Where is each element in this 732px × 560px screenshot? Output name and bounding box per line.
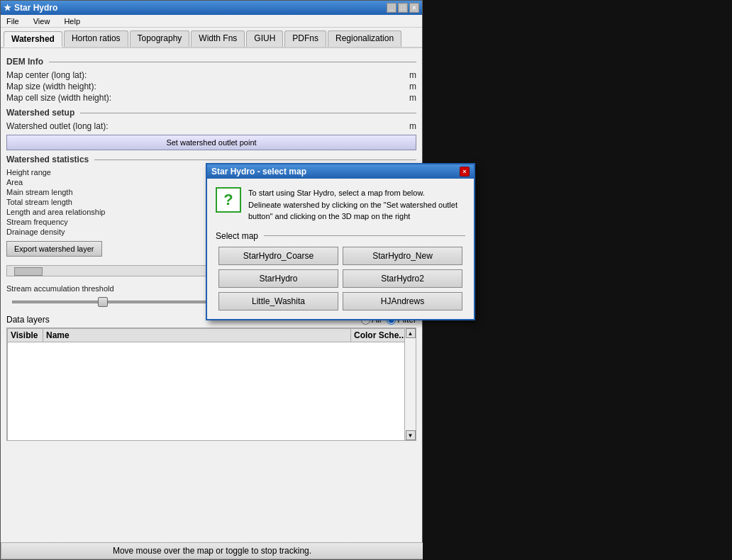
map-cell-label: Map cell size (width height): xyxy=(6,93,111,103)
question-icon: ? xyxy=(216,187,241,213)
map-size-row: Map size (width height): m xyxy=(6,81,416,92)
slider-thumb[interactable] xyxy=(98,297,108,307)
map-size-unit: m xyxy=(409,82,416,91)
select-map-header: Select map xyxy=(216,231,465,241)
map-buttons-grid: StarHydro_Coarse StarHydro_New StarHydro… xyxy=(216,247,465,310)
watershed-outlet-unit: m xyxy=(409,121,416,131)
watershed-outlet-label: Watershed outlet (long lat): xyxy=(6,121,109,131)
map-cell-unit: m xyxy=(409,93,416,103)
app-icon: ★ xyxy=(4,3,11,13)
minimize-button[interactable]: _ xyxy=(387,3,396,13)
menu-help[interactable]: Help xyxy=(61,17,83,26)
tab-pdfns[interactable]: PDFns xyxy=(284,30,326,47)
select-map-section: Select map StarHydro_Coarse StarHydro_Ne… xyxy=(216,231,465,310)
status-text: Move mouse over the map or toggle to sto… xyxy=(113,546,311,556)
scroll-up-arrow[interactable]: ▲ xyxy=(406,328,416,338)
title-bar: ★ Star Hydro _ □ × xyxy=(1,1,422,15)
menu-file[interactable]: File xyxy=(4,17,22,26)
close-button[interactable]: × xyxy=(409,3,419,13)
title-bar-left: ★ Star Hydro xyxy=(4,3,57,13)
map-center-row: Map center (long lat): m xyxy=(6,69,416,81)
map-center-unit: m xyxy=(409,70,416,80)
modal-instructions: To start using Star Hydro, select a map … xyxy=(248,187,465,223)
watershed-setup-header: Watershed setup xyxy=(6,108,416,118)
tab-bar: Watershed Horton ratios Topography Width… xyxy=(1,28,422,48)
map-btn-hjandrews[interactable]: HJAndrews xyxy=(343,292,462,310)
data-layers-section: Data layers All Filter Visible xyxy=(6,315,416,441)
map-btn-starhydro-new[interactable]: StarHydro_New xyxy=(343,247,462,265)
data-layers-label: Data layers xyxy=(6,315,50,325)
modal-close-button[interactable]: × xyxy=(460,167,470,177)
tab-giuh[interactable]: GIUH xyxy=(246,30,283,47)
set-outlet-button[interactable]: Set watershed outlet point xyxy=(6,135,416,150)
dem-info-header: DEM Info xyxy=(6,57,416,67)
modal-title: Star Hydro - select map xyxy=(211,167,306,177)
export-watershed-button[interactable]: Export watershed layer xyxy=(6,241,102,257)
map-btn-starhydro[interactable]: StarHydro xyxy=(218,269,338,288)
app-title: Star Hydro xyxy=(14,3,57,13)
table-body xyxy=(8,342,415,441)
menu-bar: File View Help xyxy=(1,15,422,28)
modal-instruction-text: To start using Star Hydro, select a map … xyxy=(248,187,465,199)
tab-horton-ratios[interactable]: Horton ratios xyxy=(64,30,128,47)
modal-dialog: Star Hydro - select map × ? To start usi… xyxy=(206,163,475,320)
modal-top: ? To start using Star Hydro, select a ma… xyxy=(216,187,465,223)
watershed-outlet-row: Watershed outlet (long lat): m xyxy=(6,121,416,132)
map-cell-row: Map cell size (width height): m xyxy=(6,92,416,103)
data-table: Visible Name Color Sche... ▲ ▼ xyxy=(6,327,416,441)
title-bar-buttons: _ □ × xyxy=(387,3,419,13)
modal-detail-text: Delineate watershed by clicking on the "… xyxy=(248,199,465,223)
status-bar: Move mouse over the map or toggle to sto… xyxy=(1,542,423,559)
tab-width-fns[interactable]: Width Fns xyxy=(191,30,245,47)
modal-title-bar: Star Hydro - select map × xyxy=(207,164,474,179)
map-btn-little-washita[interactable]: Little_Washita xyxy=(218,292,338,310)
table-header: Visible Name Color Sche... xyxy=(8,329,415,342)
tab-topography[interactable]: Topography xyxy=(130,30,190,47)
scroll-thumb xyxy=(14,267,43,276)
map-size-label: Map size (width height): xyxy=(6,82,96,91)
select-map-label: Select map xyxy=(216,231,258,241)
data-table-inner: Visible Name Color Sche... xyxy=(7,328,416,441)
menu-view[interactable]: View xyxy=(30,17,53,26)
map-btn-starhydro2[interactable]: StarHydro2 xyxy=(343,269,462,288)
vertical-scrollbar[interactable]: ▲ ▼ xyxy=(404,328,416,440)
map-btn-starhydro-coarse[interactable]: StarHydro_Coarse xyxy=(218,247,338,265)
map-center-label: Map center (long lat): xyxy=(6,70,87,80)
modal-body: ? To start using Star Hydro, select a ma… xyxy=(207,179,474,319)
tab-regionalization[interactable]: Regionalization xyxy=(328,30,401,47)
maximize-button[interactable]: □ xyxy=(398,3,408,13)
tab-watershed[interactable]: Watershed xyxy=(4,31,62,47)
col-name: Name xyxy=(43,329,351,342)
scroll-down-arrow[interactable]: ▼ xyxy=(406,430,416,440)
col-visible: Visible xyxy=(8,329,43,342)
